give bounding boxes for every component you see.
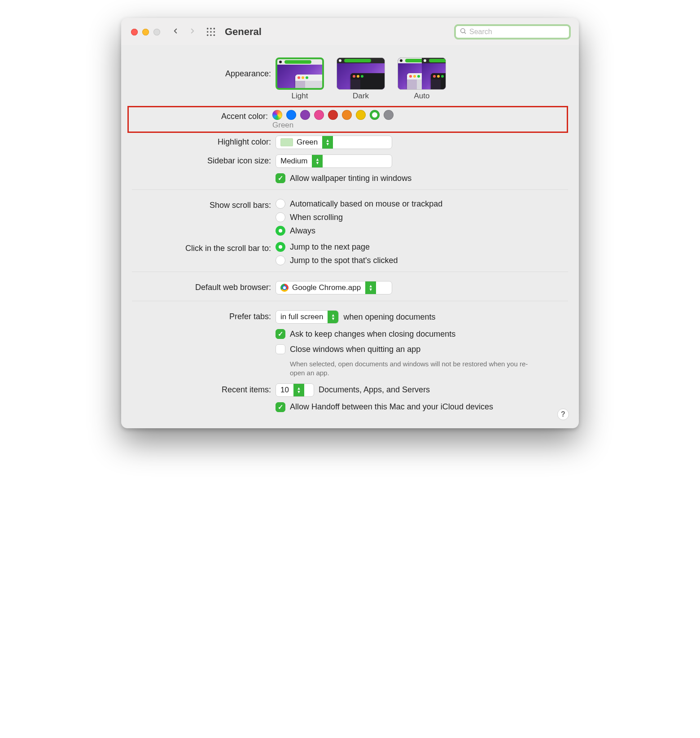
accent-selected-label: Green [272, 121, 394, 130]
browser-label: Default web browser: [132, 281, 276, 294]
svg-point-4 [210, 31, 212, 33]
checkbox-icon [276, 344, 285, 354]
toolbar: General [121, 18, 579, 45]
window-controls [131, 29, 160, 35]
minimize-window-button[interactable] [142, 29, 149, 35]
forward-button [186, 26, 199, 38]
ask-keep-changes-checkbox[interactable]: ✓ Ask to keep changes when closing docum… [276, 329, 568, 339]
show-all-icon[interactable] [206, 27, 216, 37]
browser-value: Google Chrome.app [292, 283, 361, 292]
prefer-tabs-value: in full screen [280, 312, 323, 321]
svg-point-6 [207, 35, 209, 36]
prefer-tabs-select[interactable]: in full screen ▲▼ [276, 310, 339, 324]
svg-point-7 [210, 35, 212, 36]
svg-point-0 [207, 28, 209, 30]
scrollbars-option-when-scrolling[interactable]: When scrolling [276, 212, 568, 222]
stepper-icon: ▲▼ [328, 311, 338, 323]
svg-point-5 [214, 31, 215, 33]
wallpaper-tint-label: Allow wallpaper tinting in windows [290, 174, 411, 183]
page-title: General [225, 26, 262, 38]
accent-blue[interactable] [286, 110, 296, 120]
help-button[interactable]: ? [557, 409, 569, 420]
stepper-icon: ▲▼ [322, 136, 333, 149]
appearance-label: Appearance: [132, 57, 276, 90]
highlight-select[interactable]: Green ▲▼ [276, 136, 392, 149]
prefer-tabs-label: Prefer tabs: [132, 310, 276, 323]
accent-purple[interactable] [300, 110, 310, 120]
svg-point-2 [214, 28, 215, 30]
preferences-window: General Appearance: Light Dar [121, 18, 579, 428]
svg-point-8 [214, 35, 215, 36]
close-windows-hint: When selected, open documents and window… [290, 360, 532, 378]
accent-yellow[interactable] [356, 110, 366, 120]
accent-pink[interactable] [314, 110, 324, 120]
stepper-icon: ▲▼ [365, 281, 376, 294]
checkbox-icon: ✓ [276, 402, 285, 412]
appearance-option-auto[interactable]: Auto [398, 57, 446, 101]
accent-color-highlight: Accent color: Green [127, 106, 568, 133]
stepper-icon: ▲▼ [312, 155, 323, 167]
sidebar-size-select[interactable]: Medium ▲▼ [276, 154, 392, 168]
sidebar-size-value: Medium [280, 157, 307, 166]
highlight-swatch-icon [280, 138, 293, 146]
highlight-label: Highlight color: [132, 136, 276, 148]
scrollbars-label: Show scroll bars: [132, 199, 276, 211]
default-browser-select[interactable]: Google Chrome.app ▲▼ [276, 281, 392, 294]
recent-items-select[interactable]: 10 ▲▼ [276, 383, 314, 397]
appearance-option-label: Dark [337, 92, 385, 101]
scrollbars-option-always[interactable]: Always [276, 226, 568, 236]
highlight-value: Green [297, 138, 318, 147]
accent-label: Accent color: [133, 110, 272, 123]
handoff-checkbox[interactable]: ✓ Allow Handoff between this Mac and you… [276, 402, 568, 412]
scrollbars-option-auto[interactable]: Automatically based on mouse or trackpad [276, 199, 568, 209]
svg-point-3 [207, 31, 209, 33]
close-windows-checkbox[interactable]: Close windows when quitting an app [276, 344, 568, 354]
chrome-icon [280, 284, 289, 292]
recent-items-value: 10 [280, 386, 289, 395]
search-input[interactable] [469, 28, 565, 36]
accent-green[interactable] [370, 110, 380, 120]
click-scroll-jump-to-spot[interactable]: Jump to the spot that's clicked [276, 255, 568, 265]
accent-red[interactable] [328, 110, 338, 120]
accent-graphite[interactable] [384, 110, 394, 120]
checkbox-icon: ✓ [276, 329, 285, 339]
appearance-option-light[interactable]: Light [276, 57, 324, 101]
recent-label: Recent items: [132, 383, 276, 396]
search-field[interactable] [454, 24, 571, 40]
close-window-button[interactable] [131, 29, 138, 35]
appearance-option-label: Light [276, 92, 324, 101]
appearance-option-label: Auto [398, 92, 446, 101]
svg-line-10 [464, 32, 466, 34]
appearance-option-dark[interactable]: Dark [337, 57, 385, 101]
zoom-window-button [153, 29, 160, 35]
wallpaper-tint-checkbox[interactable]: ✓ Allow wallpaper tinting in windows [276, 173, 568, 183]
accent-orange[interactable] [342, 110, 352, 120]
accent-swatches [272, 110, 394, 120]
accent-multicolor[interactable] [272, 110, 282, 120]
click-scroll-next-page[interactable]: Jump to the next page [276, 242, 568, 252]
sidebar-label: Sidebar icon size: [132, 154, 276, 167]
click-scroll-label: Click in the scroll bar to: [132, 242, 276, 255]
svg-point-1 [210, 28, 212, 30]
search-icon [459, 27, 467, 37]
preferences-body: Appearance: Light Dark [121, 45, 579, 428]
stepper-icon: ▲▼ [293, 384, 304, 396]
svg-point-9 [461, 28, 465, 32]
checkbox-icon: ✓ [276, 173, 285, 183]
prefer-tabs-suffix: when opening documents [343, 312, 435, 322]
recent-items-suffix: Documents, Apps, and Servers [319, 385, 430, 395]
back-button[interactable] [169, 26, 182, 38]
